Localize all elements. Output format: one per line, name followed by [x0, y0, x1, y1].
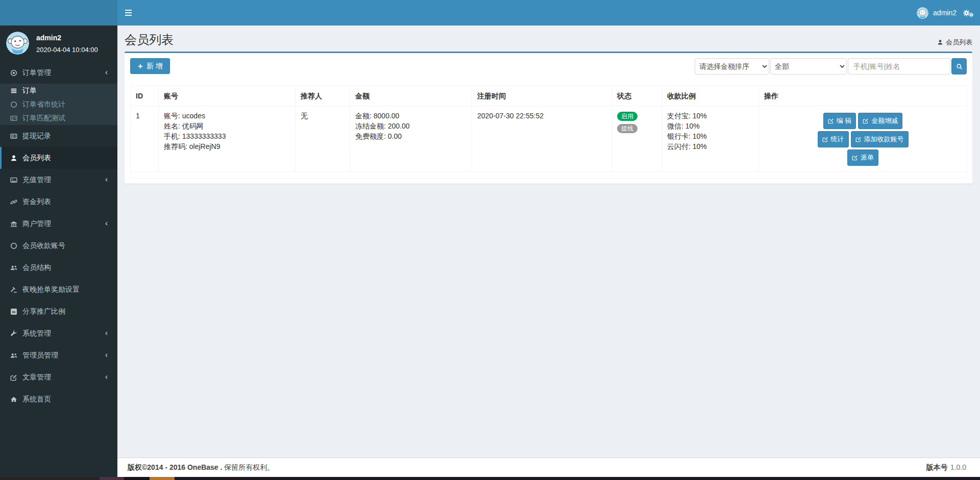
id-card-icon [10, 115, 17, 122]
image-icon [10, 176, 17, 184]
cell-amount: 金额: 8000.00冻结金额: 200.00免费额度: 0.00 [350, 106, 472, 172]
search-icon [956, 63, 963, 70]
link-icon [10, 198, 17, 206]
edit-icon [863, 118, 869, 124]
sidebar-item-recharge-management[interactable]: 充值管理 [0, 169, 117, 191]
sidebar-item-label: 商户管理 [22, 219, 51, 229]
user-avatar [917, 7, 928, 19]
members-table: ID账号推荐人金额注册时间状态收款比例操作 1账号: ucodes姓名: 优码网… [130, 86, 967, 179]
column-header-account: 账号 [159, 86, 296, 106]
action-dispatch-button[interactable]: 派单 [847, 149, 878, 166]
sidebar-item-system-home[interactable]: 系统首页 [0, 388, 117, 410]
linkedin-icon [10, 308, 17, 315]
user-icon [10, 155, 17, 162]
cell-id: 1 [131, 106, 159, 172]
sidebar-item-label: 会员列表 [22, 154, 51, 163]
page-title: 会员列表 [125, 33, 972, 47]
sidebar-item-label: 管理员管理 [22, 351, 58, 360]
version: 版本号1.0.0 [926, 463, 966, 472]
circle-o-icon [10, 242, 17, 249]
amount-sort-select[interactable]: 请选择金额排序 [695, 58, 769, 74]
chevron-left-icon [104, 70, 109, 75]
user-avatar [6, 32, 29, 55]
sidebar-item-label: 会员结构 [22, 263, 51, 272]
add-button[interactable]: 新 增 [130, 58, 170, 74]
sidebar-item-order[interactable]: 订单 [0, 84, 117, 97]
action-add-payment-account-button[interactable]: 添加收款账号 [851, 131, 909, 147]
taskbar-strip-segment [150, 477, 175, 480]
table-header-row: ID账号推荐人金额注册时间状态收款比例操作 [131, 86, 967, 106]
action-stats-button[interactable]: 统计 [818, 131, 849, 147]
breadcrumb[interactable]: 会员列表 [937, 38, 972, 47]
sidebar-item-funds-list[interactable]: 资金列表 [0, 191, 117, 213]
top-navbar: admin2 [0, 0, 980, 26]
search-button[interactable] [951, 58, 967, 74]
sidebar-item-label: 夜晚抢单奖励设置 [22, 285, 80, 294]
search-input[interactable] [848, 58, 950, 74]
main-content: 会员列表 会员列表 新 增 请选择金额排序 全部 [117, 26, 980, 458]
sidebar-item-merchant-management[interactable]: 商户管理 [0, 213, 117, 235]
navbar-main: admin2 [117, 0, 980, 26]
wrench-icon [10, 330, 17, 337]
sidebar-item-label: 订单 [22, 86, 37, 95]
dot-circle-icon [10, 69, 17, 77]
bank-icon [10, 220, 17, 228]
taskbar-edge-strip [0, 477, 980, 480]
sidebar-item-order-match-test[interactable]: 订单匹配测试 [0, 111, 117, 125]
sidebar-item-admin-management[interactable]: 管理员管理 [0, 344, 117, 366]
sidebar-item-member-structure[interactable]: 会员结构 [0, 257, 117, 279]
content-header: 会员列表 会员列表 [117, 26, 980, 47]
sidebar-item-article-management[interactable]: 文章管理 [0, 366, 117, 388]
member-list-panel: 新 增 请选择金额排序 全部 ID账号推荐人金额注册时 [125, 52, 972, 184]
sidebar-item-system-management[interactable]: 系统管理 [0, 322, 117, 344]
taskbar-strip-segment [100, 477, 124, 480]
column-header-status: 状态 [612, 86, 662, 106]
sidebar-item-label: 订单匹配测试 [22, 114, 65, 123]
sidebar-item-label: 提现记录 [22, 132, 51, 141]
sidebar-item-label: 充值管理 [22, 175, 51, 185]
action-amount-adjust-button[interactable]: 金额增减 [858, 113, 902, 129]
status-badge-offline: 提线 [617, 124, 638, 133]
sidebar-item-night-order-reward-settings[interactable]: 夜晚抢单奖励设置 [0, 279, 117, 300]
sidebar-toggle-button[interactable] [125, 6, 139, 20]
sidebar-item-label: 系统首页 [22, 395, 51, 404]
sidebar-username: admin2 [36, 34, 98, 42]
row-actions: 编 辑金额增减统计添加收款账号派单 [811, 112, 916, 167]
cell-register_time: 2020-07-30 22:55:52 [472, 106, 612, 172]
sidebar-item-order-province-stats[interactable]: 订单省市统计 [0, 97, 117, 111]
sidebar-item-label: 订单管理 [22, 68, 51, 78]
newspaper-icon [10, 133, 17, 140]
column-header-referrer: 推荐人 [296, 86, 350, 106]
cell-status: 启用提线 [612, 106, 662, 172]
sidebar-item-label: 分享推广比例 [22, 307, 65, 316]
chevron-left-icon [104, 221, 109, 226]
sidebar-item-withdraw-records[interactable]: 提现记录 [0, 125, 117, 147]
chevron-left-icon [104, 331, 109, 336]
user-icon [937, 39, 943, 45]
breadcrumb-label: 会员列表 [946, 38, 972, 47]
sidebar-item-share-promotion-ratio[interactable]: 分享推广比例 [0, 300, 117, 322]
action-edit-button[interactable]: 编 辑 [823, 113, 856, 129]
user-menu[interactable]: admin2 [917, 7, 957, 19]
sidebar-menu: 订单管理订单订单省市统计订单匹配测试提现记录会员列表充值管理资金列表商户管理会员… [0, 62, 117, 410]
bars-icon [10, 87, 17, 94]
sidebar-item-member-list[interactable]: 会员列表 [0, 147, 117, 169]
filter-select[interactable]: 全部 [770, 58, 847, 74]
toolbar: 新 增 请选择金额排序 全部 [130, 58, 967, 74]
column-header-ratio: 收款比例 [662, 86, 759, 106]
sidebar-item-label: 资金列表 [22, 197, 51, 207]
users-icon [10, 264, 17, 271]
table-row: 1账号: ucodes姓名: 优码网手机: 13333333333推荐码: ol… [131, 106, 967, 172]
settings-gears-icon[interactable] [963, 8, 974, 17]
circle-o-icon [10, 101, 17, 108]
cell-account: 账号: ucodes姓名: 优码网手机: 13333333333推荐码: ole… [159, 106, 296, 172]
edit-icon [852, 155, 858, 161]
sidebar-item-label: 会员收款账号 [22, 241, 65, 250]
sidebar-item-member-payment-accounts[interactable]: 会员收款账号 [0, 235, 117, 257]
page-footer: 版权©2014 - 2016 OneBase . 保留所有权利。 版本号1.0.… [117, 458, 980, 477]
sidebar-item-order-management[interactable]: 订单管理 [0, 62, 117, 84]
plus-icon [137, 63, 143, 69]
filters: 请选择金额排序 全部 [695, 58, 967, 74]
taskbar-strip-segment [124, 477, 150, 480]
column-header-register_time: 注册时间 [472, 86, 612, 106]
